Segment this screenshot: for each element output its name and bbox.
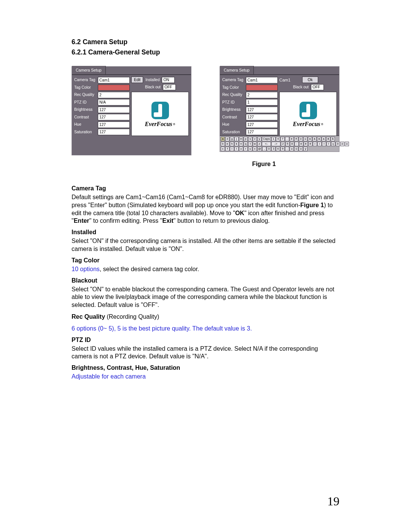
keyboard-key[interactable]: i: [230, 147, 234, 151]
keyboard-key[interactable]: :: [295, 142, 299, 146]
preview-logo-box: EverFocus®: [279, 92, 337, 136]
keyboard-key[interactable]: t: [248, 142, 252, 146]
keyboard-key[interactable]: d: [225, 137, 229, 141]
keyboard-key[interactable]: q: [244, 142, 248, 146]
keyboard-key[interactable]: 1: [271, 137, 276, 141]
keyboard-key[interactable]: o: [239, 147, 243, 151]
keyboard-key[interactable]: ;: [285, 147, 289, 151]
keyboard-key[interactable]: v: [253, 137, 257, 141]
keyboard-key[interactable]: ò: [345, 142, 349, 146]
para-rec-quality: 6 options (0~ 5), 5 is the best picture …: [72, 325, 339, 333]
label-ptz-id: PTZ ID: [222, 100, 246, 105]
keyboard-key[interactable]: @: [257, 147, 262, 151]
keyboard-key[interactable]: å: [331, 137, 335, 141]
keyboard-key[interactable]: <-: [262, 142, 271, 146]
camera-setup-panel-right: Camera Setup Camera TagCam1 Tag Color Re…: [220, 66, 339, 152]
keyboard-key[interactable]: ,: [262, 147, 266, 151]
keyboard-key[interactable]: 5: [285, 142, 290, 146]
keyboard-key[interactable]: à: [312, 137, 317, 141]
keyboard-key[interactable]: ü: [294, 147, 298, 151]
keyboard-key[interactable]: ->: [271, 142, 280, 146]
keyboard-key[interactable]: 8: [290, 142, 294, 146]
keyboard-key[interactable]: ë: [308, 142, 312, 146]
keyboard-key[interactable]: m: [239, 137, 243, 141]
label-ptz-id: PTZ ID: [74, 100, 98, 105]
keyboard-key[interactable]: ï: [327, 142, 331, 146]
keyboard-key[interactable]: ì: [317, 142, 322, 146]
keyboard-key[interactable]: é: [290, 137, 294, 141]
input-contrast[interactable]: 127: [246, 114, 278, 120]
tab-camera-setup[interactable]: Camera Setup: [220, 66, 254, 74]
keyboard-key[interactable]: 0: [267, 147, 271, 151]
input-ptz-id[interactable]: 1: [246, 99, 278, 105]
value-blackout[interactable]: OFF: [163, 84, 176, 90]
keyboard-key[interactable]: Caps: [262, 137, 271, 141]
edit-button[interactable]: Edit: [131, 77, 143, 83]
keyboard-key[interactable]: ù: [303, 137, 307, 141]
keyboard-key[interactable]: ð: [336, 142, 340, 146]
input-camera-tag[interactable]: Cam1: [98, 77, 130, 83]
keyboard-key[interactable]: è: [299, 142, 303, 146]
keyboard-key[interactable]: c: [221, 147, 225, 151]
heading-installed: Installed: [72, 229, 339, 236]
value-blackout[interactable]: OFF: [311, 84, 324, 90]
input-brightness[interactable]: 127: [98, 107, 130, 113]
keyboard-key[interactable]: u: [248, 147, 252, 151]
keyboard-key[interactable]: 7: [280, 137, 285, 141]
keyboard-key[interactable]: a: [322, 137, 326, 141]
keyboard-key[interactable]: â: [317, 137, 321, 141]
keyboard-key[interactable]: s: [248, 137, 252, 141]
keyboard-key[interactable]: î: [322, 142, 326, 146]
keyboard-key[interactable]: ô: [340, 142, 344, 146]
keyboard-key[interactable]: r: [244, 147, 248, 151]
keyboard-key[interactable]: j: [234, 137, 239, 141]
keyboard-key[interactable]: ú: [290, 147, 294, 151]
heading-rec-quality: Rec Quality (Recording Quality): [72, 313, 339, 321]
keyboard-key[interactable]: á: [308, 137, 312, 141]
keyboard-key[interactable]: y: [257, 137, 261, 141]
keyboard-key[interactable]: k: [234, 142, 239, 146]
keyboard-key[interactable]: w: [253, 142, 257, 146]
keyboard-key[interactable]: l: [234, 147, 239, 151]
input-hue[interactable]: 127: [98, 121, 130, 128]
keyboard-key[interactable]: ö: [299, 137, 303, 141]
keyboard-key[interactable]: ñ: [294, 137, 298, 141]
keyboard-key[interactable]: b: [221, 142, 225, 146]
input-rec-quality[interactable]: 2: [246, 92, 278, 98]
keyboard-key[interactable]: 2: [281, 142, 285, 146]
edit-text-field[interactable]: Cam1: [279, 77, 301, 83]
input-saturation[interactable]: 127: [98, 129, 130, 135]
keyboard-key[interactable]: f: [225, 147, 229, 151]
keyboard-key[interactable]: .: [285, 137, 289, 141]
input-hue[interactable]: 127: [246, 121, 278, 128]
keyboard-key[interactable]: 6: [276, 147, 280, 151]
keyboard-key[interactable]: z: [257, 142, 261, 146]
keyboard-key[interactable]: ê: [304, 142, 308, 146]
input-contrast[interactable]: 127: [98, 114, 130, 120]
keyboard-key[interactable]: h: [230, 142, 234, 146]
keyboard-key[interactable]: ý: [303, 147, 307, 151]
input-rec-quality[interactable]: 2: [98, 92, 130, 98]
keyboard-key[interactable]: û: [299, 147, 303, 151]
input-saturation[interactable]: 127: [246, 129, 278, 135]
keyboard-key[interactable]: e: [225, 142, 229, 146]
value-installed[interactable]: ON: [162, 77, 175, 83]
keyboard-key[interactable]: 3: [271, 147, 276, 151]
keyboard-key[interactable]: x: [253, 147, 257, 151]
keyboard-key[interactable]: p: [244, 137, 248, 141]
input-brightness[interactable]: 127: [246, 107, 278, 113]
tab-camera-setup[interactable]: Camera Setup: [72, 66, 106, 74]
input-camera-tag[interactable]: Cam1: [246, 77, 278, 83]
keyboard-key[interactable]: g: [230, 137, 234, 141]
keyboard-key[interactable]: ã: [326, 137, 330, 141]
keyboard-key[interactable]: a: [221, 137, 225, 141]
ok-button[interactable]: Ok: [302, 77, 318, 83]
swatch-tag-color[interactable]: [246, 85, 278, 91]
keyboard-key[interactable]: ç: [331, 142, 335, 146]
keyboard-key[interactable]: n: [239, 142, 243, 146]
input-ptz-id[interactable]: N/A: [98, 99, 130, 105]
keyboard-key[interactable]: 4: [276, 137, 280, 141]
keyboard-key[interactable]: 9: [280, 147, 285, 151]
swatch-tag-color[interactable]: [98, 85, 130, 91]
keyboard-key[interactable]: í: [313, 142, 317, 146]
